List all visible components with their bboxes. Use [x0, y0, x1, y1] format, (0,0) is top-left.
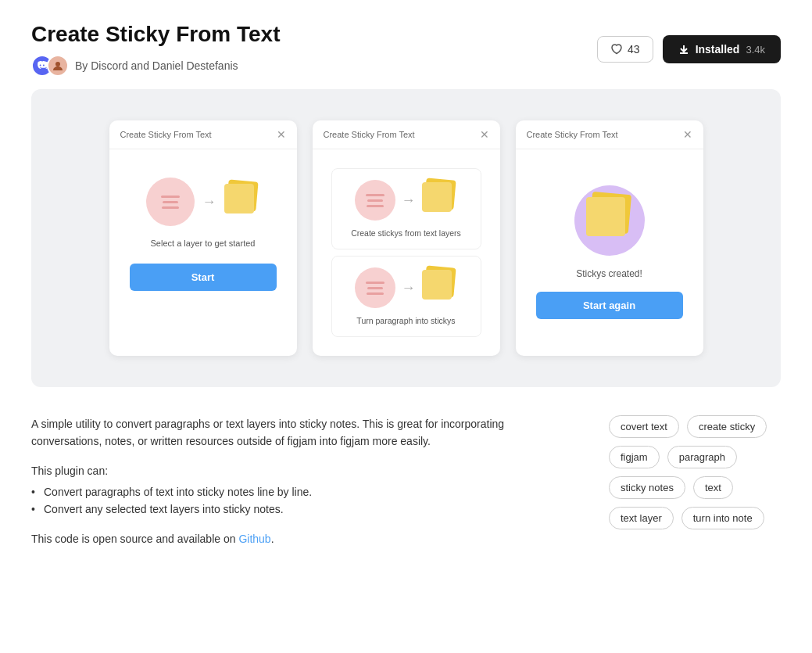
feature2-illustration: → [355, 267, 458, 308]
window2-title: Create Sticky From Text [324, 130, 415, 139]
plugin-window-2: Create Sticky From Text ✕ → [313, 120, 500, 356]
purple-circle-icon [574, 185, 645, 256]
window1-header: Create Sticky From Text ✕ [109, 120, 297, 149]
bullet-list: Convert paragraphs of text into sticky n… [31, 483, 578, 518]
feature1-illustration: → [355, 180, 458, 221]
page-header: Create Sticky From Text By Discord and D… [0, 0, 812, 89]
bullet-item-1: Convert paragraphs of text into sticky n… [31, 483, 578, 501]
text-line-3 [162, 206, 179, 209]
feature2-sticky [422, 270, 458, 306]
window2-close-button[interactable]: ✕ [480, 128, 489, 141]
tag-1-1[interactable]: paragraph [667, 446, 737, 468]
sticky-stack-icon [224, 184, 260, 220]
window3-label: Stickys created! [576, 268, 642, 279]
screenshot-section: Create Sticky From Text ✕ → [31, 89, 781, 387]
text-lines-icon [161, 196, 180, 209]
feature1-text-icon [355, 180, 395, 221]
header-right: 43 Installed 3.4k [597, 35, 781, 63]
feature2-text-lines [366, 282, 385, 295]
plugin-window-1: Create Sticky From Text ✕ → [109, 120, 297, 356]
feature1-text-lines [366, 194, 385, 207]
tags-section: covert textcreate stickyfigjamparagraphs… [609, 415, 781, 545]
start-again-button[interactable]: Start again [536, 292, 683, 319]
author-text: By Discord and Daniel Destefanis [75, 59, 238, 72]
plugin-window-3: Create Sticky From Text ✕ Stickys create… [516, 120, 703, 356]
avatars [31, 55, 69, 77]
period: . [271, 533, 274, 545]
f1-line1 [366, 194, 385, 196]
tag-1-0[interactable]: figjam [609, 446, 660, 468]
sticky-card-front [224, 184, 254, 213]
feature-card-1: → Create stickys from text layers [331, 168, 481, 249]
window3-close-button[interactable]: ✕ [683, 128, 692, 141]
text-line-1 [161, 196, 180, 198]
f1-line3 [367, 205, 384, 207]
daniel-avatar [47, 55, 69, 77]
window2-content: → Create stickys from text layers [325, 162, 488, 343]
start-button[interactable]: Start [130, 264, 277, 291]
window2-body: → Create stickys from text layers [313, 149, 500, 356]
f2-sticky-front [422, 270, 452, 300]
source-text: This code is open source and available o… [31, 533, 578, 545]
feature2-arrow: → [402, 280, 416, 296]
window1-close-button[interactable]: ✕ [277, 128, 286, 141]
feature2-label: Turn paragraph into stickys [356, 316, 455, 325]
feature1-arrow: → [402, 192, 416, 209]
window1-label: Select a layer to get started [151, 239, 256, 248]
feature-card-2: → Turn paragraph into stickys [331, 256, 481, 337]
page-title: Create Sticky From Text [31, 22, 281, 47]
window3-header: Create Sticky From Text ✕ [516, 120, 703, 149]
tags-row-0: covert textcreate sticky [609, 415, 781, 438]
tags-row-3: text layerturn into note [609, 507, 781, 529]
f2-line2 [367, 287, 383, 289]
bullet-item-2: Convert any selected text layers into st… [31, 501, 578, 518]
source-text-label: This code is open source and available o… [31, 533, 238, 545]
feature1-label: Create stickys from text layers [351, 228, 461, 238]
window1-illustration: → [146, 178, 260, 226]
window1-body: → Select a layer to get started Start [109, 149, 297, 319]
window3-title: Create Sticky From Text [527, 130, 618, 139]
plugin-can-label: This plugin can: [31, 465, 578, 477]
feature1-sticky [422, 182, 458, 218]
window2-header: Create Sticky From Text ✕ [313, 120, 500, 149]
f2-line1 [366, 282, 385, 284]
tags-grid: covert textcreate stickyfigjamparagraphs… [609, 415, 781, 529]
tag-3-0[interactable]: text layer [609, 507, 674, 529]
window3-sticky [586, 197, 633, 244]
tag-0-1[interactable]: create sticky [687, 415, 767, 438]
header-left: Create Sticky From Text By Discord and D… [31, 22, 281, 77]
window3-body: Stickys created! Start again [516, 149, 703, 347]
f2-line3 [367, 292, 384, 295]
text-line-2 [163, 201, 178, 203]
main-content: A simple utility to convert paragraphs o… [0, 387, 812, 573]
window3-content: Stickys created! Start again [528, 162, 691, 335]
likes-button[interactable]: 43 [597, 36, 653, 63]
install-label: Installed [696, 43, 740, 56]
tags-row-1: figjamparagraph [609, 446, 781, 468]
feature2-text-icon [355, 267, 395, 308]
f1-line2 [367, 199, 383, 202]
likes-count: 43 [628, 43, 640, 56]
w3-sticky-front [586, 197, 625, 236]
text-circle-icon [146, 178, 195, 226]
install-button[interactable]: Installed 3.4k [663, 35, 781, 63]
svg-point-0 [55, 62, 60, 66]
window1-title: Create Sticky From Text [120, 130, 212, 139]
tag-2-0[interactable]: sticky notes [609, 476, 685, 499]
tags-row-2: sticky notestext [609, 476, 781, 499]
f1-sticky-front [422, 182, 452, 212]
arrow-icon: → [202, 194, 216, 210]
description-section: A simple utility to convert paragraphs o… [31, 415, 578, 545]
tag-3-1[interactable]: turn into note [681, 507, 764, 529]
description-text: A simple utility to convert paragraphs o… [31, 415, 578, 450]
window1-content: → Select a layer to get started Start [122, 162, 284, 307]
install-count: 3.4k [746, 44, 765, 56]
github-link[interactable]: Github [238, 533, 270, 545]
tag-0-0[interactable]: covert text [609, 415, 679, 438]
tag-2-1[interactable]: text [693, 476, 733, 499]
author-row: By Discord and Daniel Destefanis [31, 55, 281, 77]
